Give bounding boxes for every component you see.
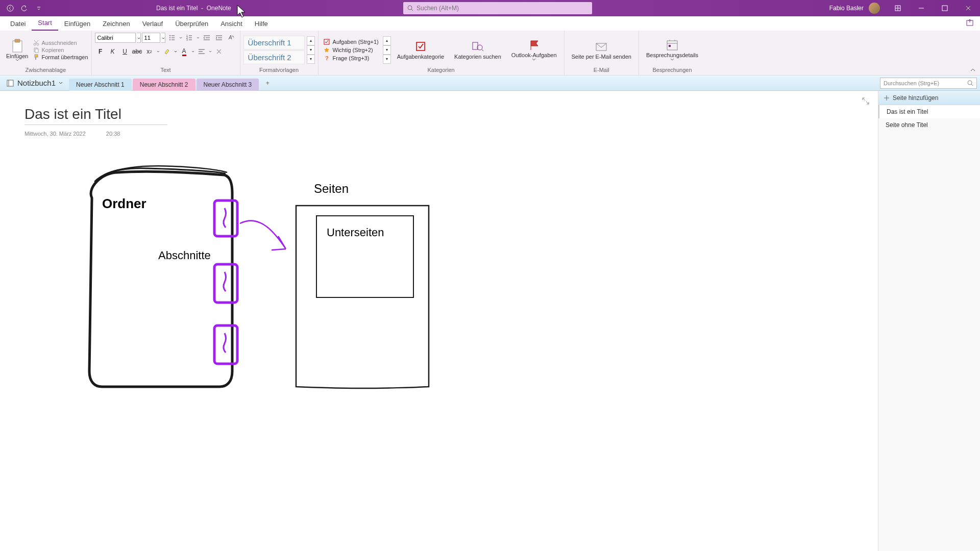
section-tab-2[interactable]: Neuer Abschnitt 2 xyxy=(133,79,195,91)
style-down-button[interactable]: ▾ xyxy=(307,45,315,55)
close-button[interactable] xyxy=(957,0,980,16)
strike-button[interactable]: abc xyxy=(132,46,143,57)
notebook-search-input[interactable]: Durchsuchen (Strg+E) xyxy=(880,78,977,89)
chevron-down-icon xyxy=(59,82,63,85)
style-more-button[interactable]: ▾ xyxy=(307,55,315,64)
paste-icon xyxy=(11,39,24,53)
back-button[interactable] xyxy=(5,3,15,13)
expand-button[interactable] xyxy=(862,97,870,105)
user-name-label[interactable]: Fabio Basler xyxy=(829,5,864,12)
font-color-button[interactable]: A xyxy=(179,46,190,57)
tab-einfuegen[interactable]: Einfügen xyxy=(58,17,96,31)
tab-start[interactable]: Start xyxy=(32,16,58,31)
tab-hilfe[interactable]: Hilfe xyxy=(249,17,274,31)
meeting-details-button[interactable]: Besprechungsdetails xyxy=(642,39,702,61)
undo-button[interactable] xyxy=(19,3,30,13)
minimize-button[interactable] xyxy=(910,0,933,16)
bold-button[interactable]: F xyxy=(95,46,106,57)
chevron-down-icon[interactable] xyxy=(208,46,212,57)
tab-datei[interactable]: Datei xyxy=(4,17,32,31)
svg-point-12 xyxy=(169,35,170,36)
tag-down-button[interactable]: ▾ xyxy=(383,45,391,55)
bullets-button[interactable] xyxy=(166,33,178,43)
underline-button[interactable]: U xyxy=(119,46,131,57)
tab-ueberpruefen[interactable]: Überprüfen xyxy=(169,17,214,31)
tab-zeichnen[interactable]: Zeichnen xyxy=(96,17,136,31)
clipboard-label: Zwischenablage xyxy=(3,67,88,74)
tag-important[interactable]: Wichtig (Strg+2) xyxy=(322,46,381,54)
search-input[interactable] xyxy=(416,5,588,12)
search-icon xyxy=(407,5,413,11)
page-item-1[interactable]: Das ist ein Titel xyxy=(878,105,980,118)
svg-point-0 xyxy=(7,5,13,11)
svg-text:A: A xyxy=(228,35,232,40)
highlight-button[interactable] xyxy=(161,46,173,57)
page-title[interactable]: Das ist ein Titel xyxy=(24,106,167,125)
tag-more-button[interactable]: ▾ xyxy=(383,55,391,64)
outlook-tasks-button[interactable]: Outlook-Aufgaben xyxy=(507,39,561,61)
chevron-down-icon[interactable] xyxy=(191,46,195,57)
clear-format-button[interactable]: A xyxy=(226,33,237,43)
add-section-button[interactable]: + xyxy=(262,78,273,89)
tag-todo[interactable]: Aufgaben (Strg+1) xyxy=(322,38,381,45)
svg-rect-11 xyxy=(35,55,38,57)
delete-button[interactable] xyxy=(213,46,225,57)
outdent-button[interactable] xyxy=(201,33,212,43)
paste-button[interactable]: Einfügen xyxy=(3,39,31,61)
svg-point-14 xyxy=(169,39,170,40)
style-heading1[interactable]: Überschrift 1 xyxy=(243,36,305,49)
email-page-button[interactable]: Seite per E-Mail senden xyxy=(568,40,635,60)
avatar[interactable] xyxy=(869,3,880,14)
format-painter-button[interactable]: Format übertragen xyxy=(33,54,88,60)
chevron-down-icon[interactable] xyxy=(179,33,183,43)
numbering-button[interactable]: 123 xyxy=(184,33,195,43)
search-box[interactable] xyxy=(403,2,592,14)
tab-ansicht[interactable]: Ansicht xyxy=(214,17,249,31)
font-name-select[interactable] xyxy=(95,33,136,43)
page-meta: Mittwoch, 30. März 2022 20:38 xyxy=(24,131,120,137)
page-time: 20:38 xyxy=(106,131,120,137)
align-button[interactable] xyxy=(196,46,207,57)
flag-icon xyxy=(527,39,541,51)
chevron-down-icon[interactable] xyxy=(161,33,165,43)
tab-verlauf[interactable]: Verlauf xyxy=(136,17,169,31)
canvas-grid-icon[interactable] xyxy=(886,0,910,16)
font-size-select[interactable] xyxy=(142,33,160,43)
svg-rect-6 xyxy=(15,39,20,42)
chevron-down-icon[interactable] xyxy=(156,46,160,57)
subscript-button[interactable]: x2 xyxy=(144,46,155,57)
chevron-down-icon[interactable] xyxy=(196,33,200,43)
star-icon xyxy=(324,47,330,53)
checkbox-icon xyxy=(324,39,330,45)
svg-text:3: 3 xyxy=(186,38,188,41)
svg-point-28 xyxy=(968,81,972,85)
tag-question[interactable]: ?Frage (Strg+3) xyxy=(322,55,381,62)
find-tags-button[interactable]: Kategorien suchen xyxy=(450,40,505,60)
svg-rect-31 xyxy=(214,325,237,364)
tag-up-button[interactable]: ▴ xyxy=(383,36,391,45)
task-category-button[interactable]: Aufgabenkategorie xyxy=(393,40,448,60)
style-up-button[interactable]: ▴ xyxy=(307,36,315,45)
chevron-down-icon[interactable] xyxy=(137,33,141,43)
add-page-button[interactable]: Seite hinzufügen xyxy=(878,91,980,105)
ribbon-group-text: 123 A F K U abc x2 A Tex xyxy=(92,31,240,75)
section-tab-1[interactable]: Neuer Abschnitt 1 xyxy=(69,79,132,91)
window-title: Das ist ein Titel - OneNote xyxy=(156,5,231,12)
indent-button[interactable] xyxy=(213,33,225,43)
chevron-down-icon[interactable] xyxy=(174,46,178,57)
italic-button[interactable]: K xyxy=(107,46,118,57)
copy-icon xyxy=(33,47,39,53)
page-item-2[interactable]: Seite ohne Titel xyxy=(878,118,980,132)
qat-customize-button[interactable] xyxy=(34,3,44,13)
notebook-dropdown[interactable]: Notizbuch1 xyxy=(0,79,69,87)
style-heading2[interactable]: Überschrift 2 xyxy=(243,51,305,64)
maximize-button[interactable] xyxy=(933,0,957,16)
collapse-ribbon-button[interactable] xyxy=(970,67,976,73)
share-icon[interactable] xyxy=(966,18,976,29)
svg-point-13 xyxy=(169,37,170,38)
brush-icon xyxy=(33,54,39,60)
ribbon-group-clipboard: Einfügen Ausschneiden Kopieren Format üb… xyxy=(0,31,92,75)
section-tab-3[interactable]: Neuer Abschnitt 3 xyxy=(197,79,259,91)
page-canvas[interactable]: Das ist ein Titel Mittwoch, 30. März 202… xyxy=(0,91,878,551)
svg-rect-3 xyxy=(942,6,947,11)
